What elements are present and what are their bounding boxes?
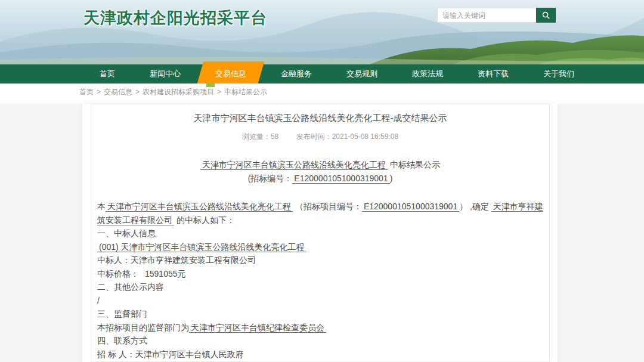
nav-item-label: 资料下载 xyxy=(478,69,509,78)
tender-code-suffix: ) xyxy=(390,174,393,183)
nav-item-label: 关于我们 xyxy=(543,69,574,78)
section2-content: / xyxy=(97,294,543,308)
search-input[interactable] xyxy=(437,8,536,23)
article-card: 天津市宁河区丰台镇滨玉公路线沿线美化亮化工程-成交结果公示 浏览量：58 发布时… xyxy=(82,104,558,362)
intro-text: ） ,确定 xyxy=(459,202,489,211)
page-title: 天津市宁河区丰台镇滨玉公路线沿线美化亮化工程-成交结果公示 xyxy=(97,113,543,124)
main-content-area: 天津市宁河区丰台镇滨玉公路线沿线美化亮化工程-成交结果公示 浏览量：58 发布时… xyxy=(0,104,644,362)
nav-item-label: 交易信息 xyxy=(215,69,246,78)
section1-lot-item: (001) 天津市宁河区丰台镇滨玉公路线沿线美化亮化工程 xyxy=(97,242,306,252)
notice-project-name: 天津市宁河区丰台镇滨玉公路线沿线美化亮化工程 xyxy=(200,160,388,170)
article-meta: 浏览量：58 发布时间：2021-05-08 16:59:08 xyxy=(97,132,543,142)
breadcrumb-home[interactable]: 首页 xyxy=(79,87,94,97)
section2-title: 二、其他公示内容 xyxy=(97,280,543,294)
tender-code: E1200001051000319001 xyxy=(292,174,389,184)
breadcrumb-rural-projects[interactable]: 农村建设招标采购项目 xyxy=(143,87,214,97)
published-datetime: 2021-05-08 16:59:08 xyxy=(332,132,398,141)
intro-text: （招标项目编号： xyxy=(295,202,362,211)
tender-code-prefix: (招标编号： xyxy=(248,174,293,183)
site-title: 天津政村企阳光招采平台 xyxy=(83,7,267,29)
breadcrumb: 首页 > 交易信息 > 农村建设招标采购项目 > 中标结果公示 xyxy=(0,83,644,100)
section4-title: 四、联系方式 xyxy=(97,334,543,348)
notice-heading: 天津市宁河区丰台镇滨玉公路线沿线美化亮化工程 中标结果公示 (招标编号：E120… xyxy=(97,158,543,185)
winner-label: 中标人： xyxy=(97,255,131,265)
intro-paragraph: 本天津市宁河区丰台镇滨玉公路线沿线美化亮化工程 （招标项目编号：E1200001… xyxy=(97,200,543,227)
nav-item-finance[interactable]: 金融服务 xyxy=(264,64,329,83)
search-bar xyxy=(437,8,556,23)
intro-text: 的中标人如下： xyxy=(177,215,235,225)
published-label: 发布时间： xyxy=(296,132,332,141)
breadcrumb-separator: > xyxy=(217,88,221,96)
nav-item-label: 金融服务 xyxy=(281,69,312,78)
views-label: 浏览量： xyxy=(242,132,271,141)
notice-heading-suffix: 中标结果公示 xyxy=(388,160,440,169)
section3-title: 三、监督部门 xyxy=(97,307,543,321)
breadcrumb-result-notice[interactable]: 中标结果公示 xyxy=(224,87,267,97)
intro-text: 本 xyxy=(97,202,106,211)
active-tab-notch xyxy=(206,83,215,87)
intro-project-name: 天津市宁河区丰台镇滨玉公路线沿线美化亮化工程 xyxy=(106,202,293,212)
nav-item-home[interactable]: 首页 xyxy=(82,64,132,83)
nav-item-about[interactable]: 关于我们 xyxy=(526,64,592,83)
article-body: 本天津市宁河区丰台镇滨玉公路线沿线美化亮化工程 （招标项目编号：E1200001… xyxy=(97,200,543,362)
nav-item-policy[interactable]: 政策法规 xyxy=(395,64,460,83)
nav-item-trading-info[interactable]: 交易信息 xyxy=(198,64,264,83)
views-count: 58 xyxy=(271,132,278,141)
article-inner-box: 天津市宁河区丰台镇滨玉公路线沿线美化亮化工程-成交结果公示 浏览量：58 发布时… xyxy=(91,104,550,362)
nav-item-news[interactable]: 新闻中心 xyxy=(132,64,198,83)
nav-item-rules[interactable]: 交易规则 xyxy=(329,64,395,83)
bidder-value: 天津市宁河区丰台镇人民政府 xyxy=(135,349,244,359)
nav-item-downloads[interactable]: 资料下载 xyxy=(460,64,526,83)
intro-project-code: E1200001051000319001 xyxy=(362,202,459,212)
nav-item-label: 首页 xyxy=(100,69,115,78)
nav-item-label: 交易规则 xyxy=(346,69,377,78)
nav-item-label: 新闻中心 xyxy=(150,69,181,78)
page-header: 天津政村企阳光招采平台 xyxy=(0,0,644,64)
search-button[interactable] xyxy=(536,8,556,23)
supervisor-text: 本招标项目的监督部门为 xyxy=(97,323,189,332)
search-icon xyxy=(541,11,550,20)
supervisor-dept: 天津市宁河区丰台镇纪律检查委员会 xyxy=(189,323,326,333)
breadcrumb-separator: > xyxy=(135,88,140,96)
nav-item-label: 政策法规 xyxy=(412,69,443,78)
price-value: 1591055元 xyxy=(145,269,186,279)
breadcrumb-separator: > xyxy=(97,88,101,96)
price-label: 中标价格： xyxy=(97,269,139,279)
main-nav: 首页 新闻中心 交易信息 金融服务 交易规则 政策法规 资料下载 关于我们 xyxy=(0,64,644,83)
breadcrumb-trading-info[interactable]: 交易信息 xyxy=(104,87,132,97)
bidder-label: 招 标 人： xyxy=(97,349,135,359)
winner-value: 天津市亨祥建筑安装工程有限公司 xyxy=(131,255,256,265)
section1-title: 一、中标人信息 xyxy=(97,227,543,240)
